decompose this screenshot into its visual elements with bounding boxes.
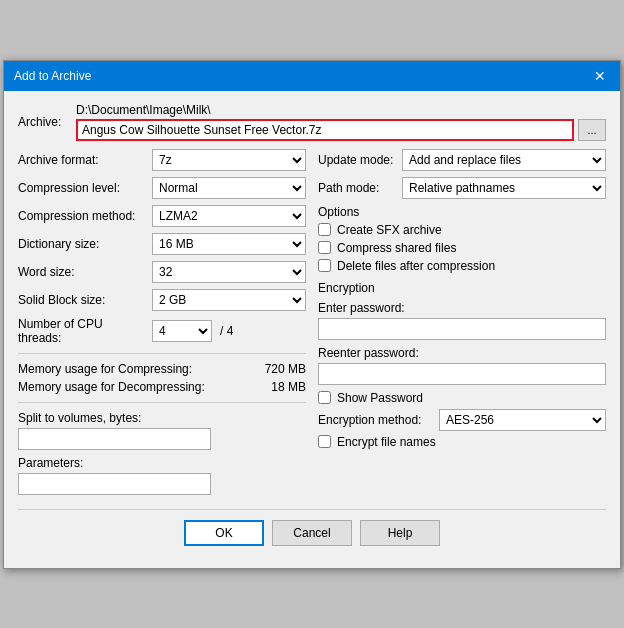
ok-button[interactable]: OK (184, 520, 264, 546)
options-title: Options (318, 205, 606, 219)
browse-button[interactable]: ... (578, 119, 606, 141)
word-size-select[interactable]: 8163264128 (152, 261, 306, 283)
right-column: Update mode: Add and replace files Updat… (318, 149, 606, 501)
add-to-archive-dialog: Add to Archive ✕ Archive: D:\Document\Im… (3, 60, 621, 569)
dialog-body: Archive: D:\Document\Image\Milk\ ... Arc… (4, 91, 620, 568)
update-mode-label: Update mode: (318, 153, 398, 167)
create-sfx-row: Create SFX archive (318, 223, 606, 237)
archive-label: Archive: (18, 115, 70, 129)
create-sfx-checkbox[interactable] (318, 223, 331, 236)
encrypt-names-checkbox[interactable] (318, 435, 331, 448)
compress-shared-row: Compress shared files (318, 241, 606, 255)
update-mode-select[interactable]: Add and replace files Update and add fil… (402, 149, 606, 171)
solid-block-size-label: Solid Block size: (18, 293, 148, 307)
split-volumes-label: Split to volumes, bytes: (18, 411, 306, 425)
reenter-password-input[interactable] (318, 363, 606, 385)
mem-compress-row: Memory usage for Compressing: 720 MB (18, 362, 306, 376)
encryption-section: Encryption Enter password: Reenter passw… (318, 281, 606, 449)
archive-path-col: D:\Document\Image\Milk\ ... (76, 103, 606, 141)
cpu-threads-row: Number of CPU threads: 1234 / 4 (18, 317, 306, 345)
options-section: Options Create SFX archive Compress shar… (318, 205, 606, 273)
encryption-title: Encryption (318, 281, 606, 295)
show-password-label[interactable]: Show Password (337, 391, 423, 405)
cpu-threads-select[interactable]: 1234 (152, 320, 212, 342)
dictionary-size-label: Dictionary size: (18, 237, 148, 251)
mem-decompress-row: Memory usage for Decompressing: 18 MB (18, 380, 306, 394)
enc-method-select[interactable]: AES-256 ZipCrypto (439, 409, 606, 431)
separator-1 (18, 353, 306, 354)
enc-method-row: Encryption method: AES-256 ZipCrypto (318, 409, 606, 431)
path-mode-label: Path mode: (318, 181, 398, 195)
archive-format-label: Archive format: (18, 153, 148, 167)
left-column: Archive format: 7zziptargz Compression l… (18, 149, 306, 501)
parameters-input[interactable] (18, 473, 211, 495)
main-content: Archive format: 7zziptargz Compression l… (18, 149, 606, 501)
split-volumes-row: Split to volumes, bytes: (18, 411, 306, 450)
dialog-footer: OK Cancel Help (18, 509, 606, 558)
dialog-title: Add to Archive (14, 69, 91, 83)
path-mode-row: Path mode: Relative pathnames Full pathn… (318, 177, 606, 199)
encrypt-names-label[interactable]: Encrypt file names (337, 435, 436, 449)
show-password-row: Show Password (318, 391, 606, 405)
archive-format-select[interactable]: 7zziptargz (152, 149, 306, 171)
solid-block-size-select[interactable]: Non-solid1 MB64 MB2 GB4 GB (152, 289, 306, 311)
compression-level-select[interactable]: StoreFastestFastNormalMaximumUltra (152, 177, 306, 199)
mem-compress-label: Memory usage for Compressing: (18, 362, 192, 376)
show-password-checkbox[interactable] (318, 391, 331, 404)
delete-after-checkbox[interactable] (318, 259, 331, 272)
help-button[interactable]: Help (360, 520, 440, 546)
compression-method-label: Compression method: (18, 209, 148, 223)
archive-row: Archive: D:\Document\Image\Milk\ ... (18, 103, 606, 141)
enter-password-label: Enter password: (318, 301, 606, 315)
compression-level-label: Compression level: (18, 181, 148, 195)
separator-2 (18, 402, 306, 403)
delete-after-label[interactable]: Delete files after compression (337, 259, 495, 273)
create-sfx-label[interactable]: Create SFX archive (337, 223, 442, 237)
cancel-button[interactable]: Cancel (272, 520, 352, 546)
compression-method-row: Compression method: LZMA2LZMAPPMdBZip2 (18, 205, 306, 227)
archive-filename-input[interactable] (76, 119, 574, 141)
cpu-threads-label: Number of CPU threads: (18, 317, 148, 345)
archive-format-row: Archive format: 7zziptargz (18, 149, 306, 171)
parameters-row: Parameters: (18, 456, 306, 495)
mem-compress-value: 720 MB (265, 362, 306, 376)
mem-decompress-value: 18 MB (271, 380, 306, 394)
encrypt-names-row: Encrypt file names (318, 435, 606, 449)
mem-decompress-label: Memory usage for Decompressing: (18, 380, 205, 394)
cpu-count: / 4 (220, 324, 233, 338)
update-mode-row: Update mode: Add and replace files Updat… (318, 149, 606, 171)
dictionary-size-row: Dictionary size: 1 MB2 MB4 MB8 MB16 MB32… (18, 233, 306, 255)
title-bar: Add to Archive ✕ (4, 61, 620, 91)
split-volumes-input[interactable] (18, 428, 211, 450)
enc-method-label: Encryption method: (318, 413, 433, 427)
enter-password-input[interactable] (318, 318, 606, 340)
delete-after-row: Delete files after compression (318, 259, 606, 273)
archive-path-text: D:\Document\Image\Milk\ (76, 103, 606, 117)
dictionary-size-select[interactable]: 1 MB2 MB4 MB8 MB16 MB32 MB (152, 233, 306, 255)
word-size-row: Word size: 8163264128 (18, 261, 306, 283)
solid-block-size-row: Solid Block size: Non-solid1 MB64 MB2 GB… (18, 289, 306, 311)
compression-level-row: Compression level: StoreFastestFastNorma… (18, 177, 306, 199)
compression-method-select[interactable]: LZMA2LZMAPPMdBZip2 (152, 205, 306, 227)
parameters-label: Parameters: (18, 456, 306, 470)
reenter-password-label: Reenter password: (318, 346, 606, 360)
compress-shared-label[interactable]: Compress shared files (337, 241, 456, 255)
compress-shared-checkbox[interactable] (318, 241, 331, 254)
archive-filename-row: ... (76, 119, 606, 141)
word-size-label: Word size: (18, 265, 148, 279)
path-mode-select[interactable]: Relative pathnames Full pathnames Absolu… (402, 177, 606, 199)
close-button[interactable]: ✕ (590, 66, 610, 86)
